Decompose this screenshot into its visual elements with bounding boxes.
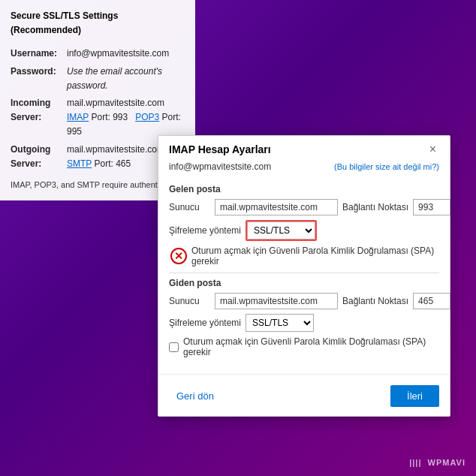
incoming-server-label: Sunucu <box>169 202 210 212</box>
subtitle-email: info@wpmavitestsite.com <box>169 161 271 172</box>
incoming-encrypt-select[interactable]: SSL/TLS STARTTLS None <box>247 221 315 240</box>
dialog-title: IMAP Hesap Ayarları <box>169 143 271 155</box>
incoming-encrypt-highlight: SSL/TLS STARTTLS None <box>246 220 317 241</box>
incoming-server-input[interactable] <box>215 199 338 215</box>
outgoing-port-input[interactable] <box>413 293 450 309</box>
incoming-section-label: Gelen posta <box>169 184 439 194</box>
next-button[interactable]: İleri <box>390 385 439 407</box>
subtitle-link[interactable]: (Bu bilgiler size ait değil mi?) <box>334 162 439 171</box>
outgoing-server-label: Sunucu <box>169 296 210 306</box>
divider <box>169 273 439 273</box>
incoming-encrypt-label: Şifreleme yöntemi <box>169 225 241 236</box>
incoming-server-form-row: Sunucu Bağlantı Noktası <box>169 199 439 215</box>
error-icon: ✕ <box>170 248 187 264</box>
close-button[interactable]: × <box>426 143 439 155</box>
dialog-footer: Geri dön İleri <box>158 374 450 416</box>
outgoing-encrypt-select[interactable]: SSL/TLS STARTTLS None <box>246 314 314 332</box>
incoming-port-input[interactable] <box>413 199 450 215</box>
outgoing-spa-row: Oturum açmak için Güvenli Parola Kimlik … <box>169 336 439 357</box>
outgoing-encrypt-row: Şifreleme yöntemi SSL/TLS STARTTLS None <box>169 314 439 332</box>
outgoing-spa-checkbox[interactable] <box>169 342 179 352</box>
dialog-subtitle: info@wpmavitestsite.com (Bu bilgiler siz… <box>158 161 450 179</box>
outgoing-section-label: Giden posta <box>169 278 439 288</box>
watermark: |||| WPMAVI <box>409 458 465 467</box>
incoming-spa-row: ✕ Oturum açmak için Güvenli Parola Kimli… <box>169 246 439 267</box>
imap-settings-dialog: IMAP Hesap Ayarları × info@wpmavitestsit… <box>158 135 450 417</box>
watermark-bars: |||| <box>409 458 421 467</box>
outgoing-server-form-row: Sunucu Bağlantı Noktası <box>169 293 439 309</box>
incoming-port-label: Bağlantı Noktası <box>342 202 408 212</box>
watermark-text: WPMAVI <box>428 458 465 467</box>
incoming-encrypt-row: Şifreleme yöntemi SSL/TLS STARTTLS None <box>169 220 439 241</box>
outgoing-spa-label: Oturum açmak için Güvenli Parola Kimlik … <box>183 336 439 357</box>
outgoing-server-input[interactable] <box>215 293 338 309</box>
incoming-spa-text: Oturum açmak için Güvenli Parola Kimlik … <box>191 246 439 267</box>
dialog-body: Gelen posta Sunucu Bağlantı Noktası Şifr… <box>158 184 450 369</box>
back-button[interactable]: Geri dön <box>169 386 221 406</box>
dialog-overlay: IMAP Hesap Ayarları × info@wpmavitestsit… <box>0 0 476 476</box>
outgoing-encrypt-label: Şifreleme yöntemi <box>169 318 241 328</box>
dialog-header: IMAP Hesap Ayarları × <box>158 136 450 161</box>
outgoing-port-label: Bağlantı Noktası <box>342 296 408 306</box>
